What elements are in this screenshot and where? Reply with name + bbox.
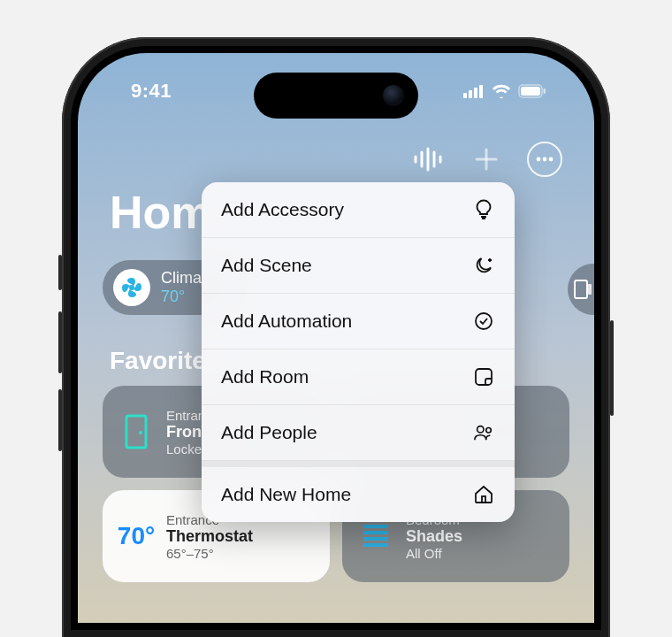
svg-rect-2	[474, 88, 477, 98]
menu-add-people[interactable]: Add People	[202, 405, 515, 461]
intercom-button[interactable]	[410, 142, 446, 177]
more-button[interactable]	[527, 142, 562, 177]
menu-label: Add Scene	[221, 255, 312, 276]
battery-icon	[518, 84, 546, 98]
svg-point-35	[486, 427, 492, 433]
screen: 9:41	[78, 53, 594, 623]
svg-rect-33	[476, 369, 492, 385]
svg-point-34	[477, 426, 484, 433]
status-bar: 9:41	[78, 80, 594, 103]
svg-rect-6	[544, 88, 546, 94]
clock-icon	[472, 310, 495, 333]
menu-add-automation[interactable]: Add Automation	[202, 294, 515, 349]
menu-add-room[interactable]: Add Room	[202, 349, 515, 405]
door-icon	[118, 413, 154, 450]
svg-rect-3	[479, 85, 483, 98]
fan-icon	[113, 269, 150, 306]
wifi-icon	[492, 84, 511, 98]
svg-point-32	[476, 313, 492, 329]
phone-frame: 9:41	[62, 37, 610, 637]
svg-point-15	[543, 157, 547, 162]
svg-rect-0	[463, 93, 467, 98]
menu-add-scene[interactable]: Add Scene	[202, 238, 515, 294]
svg-rect-18	[575, 280, 587, 298]
menu-label: Add Accessory	[221, 199, 344, 220]
people-icon	[472, 421, 495, 444]
menu-add-accessory[interactable]: Add Accessory	[202, 182, 515, 238]
menu-label: Add Room	[221, 366, 309, 388]
status-time: 9:41	[131, 80, 172, 103]
temperature-value: 70°	[118, 522, 154, 550]
svg-rect-1	[469, 90, 472, 98]
svg-rect-19	[588, 284, 592, 295]
svg-rect-5	[521, 87, 540, 96]
svg-point-21	[139, 431, 142, 434]
home-icon	[472, 483, 495, 506]
menu-label: Add Automation	[221, 311, 352, 332]
svg-point-17	[129, 285, 134, 290]
room-icon	[472, 365, 495, 388]
menu-label: Add New Home	[221, 484, 351, 505]
moon-icon	[472, 254, 495, 277]
shades-icon	[358, 521, 393, 551]
add-menu: Add Accessory Add Scene Add Automation	[202, 182, 515, 522]
svg-rect-20	[126, 416, 146, 448]
svg-point-14	[537, 157, 541, 162]
menu-add-new-home[interactable]: Add New Home	[202, 461, 515, 522]
menu-label: Add People	[221, 422, 317, 443]
svg-rect-36	[482, 496, 485, 503]
svg-point-16	[549, 157, 554, 162]
bulb-icon	[472, 198, 495, 221]
add-button[interactable]	[469, 142, 504, 177]
header-actions	[78, 142, 594, 177]
cellular-icon	[463, 84, 485, 98]
